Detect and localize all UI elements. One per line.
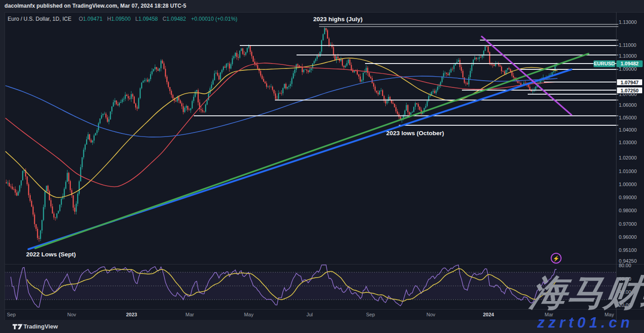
price-axis-label: 1.11000 xyxy=(619,42,636,48)
price-axis-label: 1.05000 xyxy=(619,115,637,120)
watermark-url: zzrt01.cn xyxy=(537,315,633,330)
price-axis-label: 1.13000 xyxy=(619,19,637,25)
close-label: C xyxy=(163,16,167,22)
time-axis-label: Nov xyxy=(61,312,82,317)
time-axis-label: Sep xyxy=(0,312,22,317)
open-label: O xyxy=(79,16,83,22)
annotation-2023-highs: 2023 highs (July) xyxy=(313,16,363,23)
price-axis-label: 0.95100 xyxy=(619,247,637,253)
tradingview-logo-icon xyxy=(13,323,23,330)
time-axis-label: Mar xyxy=(179,312,201,317)
tradingview-chart-snapshot: dacolmanfx published on TradingView.com,… xyxy=(0,0,644,333)
low-label: L xyxy=(135,16,138,22)
high-value: 1.09500 xyxy=(111,16,130,22)
time-axis-label: 2024 xyxy=(478,312,499,317)
publish-text: dacolmanfx published on TradingView.com,… xyxy=(5,3,186,9)
price-axis-label: 1.00000 xyxy=(619,182,637,187)
low-value: 1.09458 xyxy=(138,16,158,22)
price-axis-label: 80.00 xyxy=(619,263,631,268)
price-axis-label: 1.10000 xyxy=(619,53,637,59)
change-value: +0.00010 (+0.01%) xyxy=(191,16,238,22)
annotation-2023-lows: 2023 lows (October) xyxy=(386,130,444,137)
close-value: 1.09482 xyxy=(166,16,186,22)
price-axis-label: 1.03000 xyxy=(619,140,637,145)
price-axis-label: 0.96000 xyxy=(619,234,637,240)
price-axis-label: 0.97000 xyxy=(619,221,637,227)
time-axis-label: May xyxy=(238,312,260,317)
symbol-price-flag: EURUSD xyxy=(594,60,615,67)
price-axis-label: 1.04000 xyxy=(619,127,637,132)
time-axis-label: Jul xyxy=(299,312,320,317)
time-axis-label: Sep xyxy=(360,312,381,317)
price-axis-label: 1.06000 xyxy=(619,102,637,108)
watermark-cjk: 海马财经 xyxy=(528,275,644,311)
open-value: 1.09471 xyxy=(83,16,102,22)
level-badge-1-07947: 1.07947 xyxy=(617,79,643,86)
price-axis-label: 1.02000 xyxy=(619,155,637,160)
tradingview-brand-text[interactable]: TradingView xyxy=(23,323,58,330)
annotation-2022-lows: 2022 Lows (Sept) xyxy=(26,251,76,258)
lightning-icon[interactable]: ⚡ xyxy=(551,253,562,264)
symbol-legend: Euro / U.S. Dollar, 1D, ICE O1.09471 H1.… xyxy=(8,16,238,22)
symbol-title[interactable]: Euro / U.S. Dollar, 1D, ICE xyxy=(8,16,71,22)
price-axis-label: 1.01000 xyxy=(619,169,637,174)
time-axis-label: Nov xyxy=(420,312,442,317)
price-axis-label: 0.98000 xyxy=(619,208,637,213)
publish-bar: dacolmanfx published on TradingView.com,… xyxy=(0,0,644,12)
last-price-badge: 1.09482 xyxy=(617,60,643,67)
time-axis-label: 2023 xyxy=(121,312,142,317)
price-axis-label: 0.99000 xyxy=(619,195,637,200)
level-badge-1-07250: 1.07250 xyxy=(617,87,643,94)
